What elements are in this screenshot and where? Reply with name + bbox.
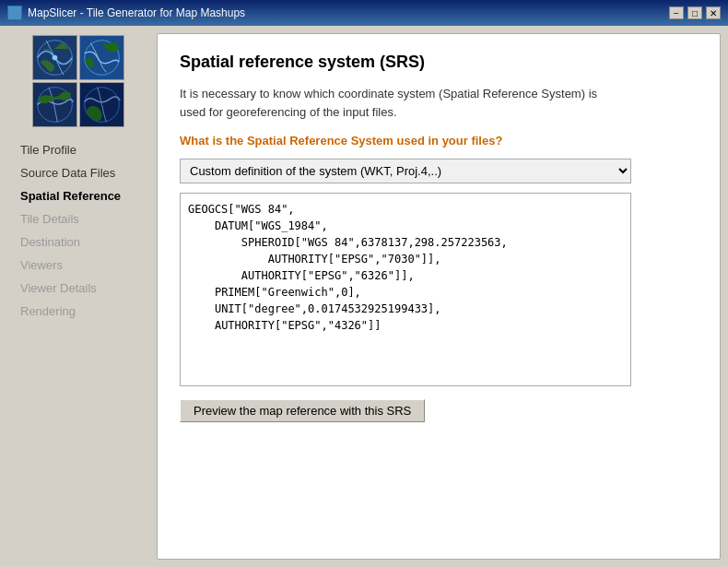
sidebar-item-source-data-files[interactable]: Source Data Files: [9, 161, 147, 184]
sidebar-item-tile-profile[interactable]: Tile Profile: [9, 138, 147, 161]
preview-button[interactable]: Preview the map reference with this SRS: [180, 399, 425, 422]
srs-dropdown-wrapper[interactable]: Custom definition of the system (WKT, Pr…: [180, 159, 631, 183]
sidebar-item-tile-details: Tile Details: [9, 207, 147, 230]
svg-point-2: [53, 55, 58, 61]
srs-dropdown-container: Custom definition of the system (WKT, Pr…: [180, 159, 698, 183]
window-controls[interactable]: − □ ✕: [669, 6, 721, 19]
close-button[interactable]: ✕: [706, 6, 721, 19]
content-area: Spatial reference system (SRS) It is nec…: [157, 33, 721, 560]
srs-question: What is the Spatial Reference System use…: [180, 134, 698, 148]
logo-area: [0, 35, 157, 127]
app-icon: [7, 6, 22, 20]
svg-rect-3: [80, 36, 123, 79]
sidebar-item-viewers: Viewers: [9, 254, 147, 277]
page-title: Spatial reference system (SRS): [180, 53, 698, 72]
title-bar: MapSlicer - Tile Generator for Map Mashu…: [0, 0, 728, 26]
logo-cell-1: [32, 35, 77, 80]
logo-cell-4: [79, 82, 124, 127]
sidebar-item-rendering: Rendering: [9, 300, 147, 323]
sidebar-item-spatial-reference[interactable]: Spatial Reference: [9, 184, 147, 207]
maximize-button[interactable]: □: [687, 6, 702, 19]
sidebar-item-viewer-details: Viewer Details: [9, 277, 147, 300]
app-logo: [32, 35, 124, 127]
srs-text-container[interactable]: [180, 193, 631, 386]
srs-textarea[interactable]: [181, 194, 630, 385]
window-title: MapSlicer - Tile Generator for Map Mashu…: [28, 6, 245, 19]
logo-cell-2: [79, 35, 124, 80]
srs-dropdown[interactable]: Custom definition of the system (WKT, Pr…: [180, 159, 631, 183]
page-description: It is necessary to know which coordinate…: [180, 85, 622, 121]
main-content: Tile Profile Source Data Files Spatial R…: [0, 26, 728, 567]
content-inner: Spatial reference system (SRS) It is nec…: [158, 34, 720, 559]
nav-items: Tile Profile Source Data Files Spatial R…: [0, 138, 157, 323]
sidebar: Tile Profile Source Data Files Spatial R…: [0, 26, 157, 567]
svg-rect-5: [33, 83, 76, 126]
logo-cell-3: [32, 82, 77, 127]
title-bar-left: MapSlicer - Tile Generator for Map Mashu…: [7, 6, 245, 20]
sidebar-item-destination: Destination: [9, 230, 147, 254]
minimize-button[interactable]: −: [669, 6, 684, 19]
